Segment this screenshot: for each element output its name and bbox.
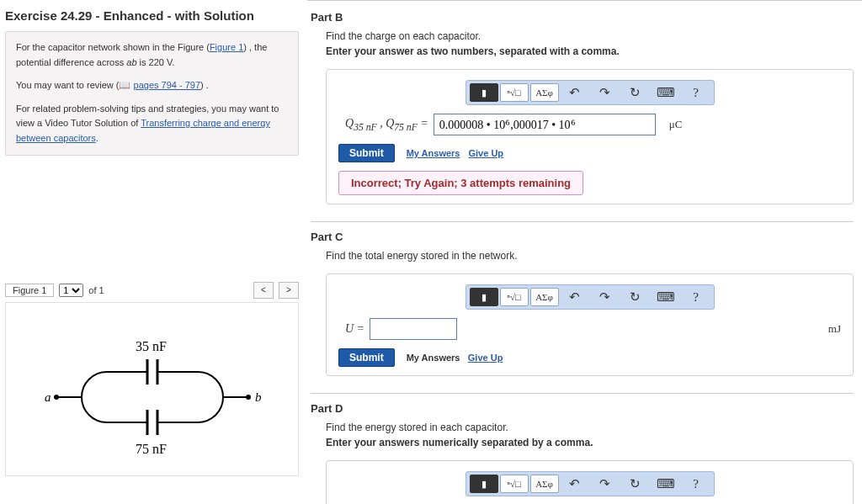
figure-next-button[interactable]: > [279, 282, 299, 299]
template-icon[interactable]: ▮ [470, 83, 498, 102]
reset-icon[interactable]: ↻ [621, 288, 650, 306]
equation-toolbar: ▮ ⁿ√□ ΑΣφ ↶ ↷ ↻ ⌨ ? [466, 471, 715, 496]
book-icon: 📖 [119, 80, 130, 90]
figure-of-text: of 1 [88, 285, 104, 295]
keyboard-icon[interactable]: ⌨ [652, 83, 680, 102]
give-up-link[interactable]: Give Up [468, 353, 503, 363]
root-icon[interactable]: ⁿ√□ [500, 288, 529, 306]
give-up-link[interactable]: Give Up [468, 148, 503, 158]
part-d-instruction: Enter your answers numerically separated… [326, 437, 854, 448]
part-c-prompt: Find the total energy stored in the netw… [326, 250, 854, 262]
equation-toolbar: ▮ ⁿ√□ ΑΣφ ↶ ↷ ↻ ⌨ ? [466, 284, 715, 310]
part-d-prompt: Find the energy stored in each capacitor… [326, 422, 854, 433]
figure-canvas: a b 35 nF 75 nF [5, 302, 299, 476]
help-icon[interactable]: ? [682, 288, 710, 306]
part-c-heading: Part C [311, 231, 854, 243]
greek-icon[interactable]: ΑΣφ [530, 475, 559, 493]
separator [311, 221, 854, 222]
part-c-lhs: U = [345, 322, 364, 336]
keyboard-icon[interactable]: ⌨ [652, 288, 680, 306]
part-b-lhs: Q35 nF , Q75 nF = [345, 117, 428, 133]
part-b-answer-box: ▮ ⁿ√□ ΑΣφ ↶ ↷ ↻ ⌨ ? Q35 nF , Q75 nF = μC… [326, 69, 854, 204]
reset-icon[interactable]: ↻ [621, 83, 650, 102]
part-c-unit: mJ [828, 322, 841, 336]
part-b-feedback: Incorrect; Try Again; 3 attempts remaini… [338, 171, 583, 195]
greek-icon[interactable]: ΑΣφ [530, 83, 559, 102]
pages-link[interactable]: pages 794 - 797 [134, 80, 201, 90]
figure-select[interactable]: 1 [59, 284, 83, 297]
root-icon[interactable]: ⁿ√□ [500, 83, 529, 102]
part-b-heading: Part B [311, 11, 854, 24]
node-b-label: b [255, 390, 262, 404]
equation-toolbar: ▮ ⁿ√□ ΑΣφ ↶ ↷ ↻ ⌨ ? [466, 80, 715, 105]
part-b-unit: μC [669, 118, 683, 131]
redo-icon[interactable]: ↷ [591, 288, 620, 306]
problem-info-box: For the capacitor network shown in the F… [5, 31, 299, 156]
part-d-heading: Part D [311, 402, 854, 415]
keyboard-icon[interactable]: ⌨ [652, 475, 680, 493]
node-a-label: a [45, 390, 51, 404]
cap-top-label: 35 nF [136, 339, 167, 353]
intro-text: For the capacitor network shown in the F… [16, 42, 210, 52]
root-icon[interactable]: ⁿ√□ [500, 475, 529, 493]
review-pre: You may want to review ( [16, 80, 119, 90]
help-icon[interactable]: ? [682, 83, 710, 102]
undo-icon[interactable]: ↶ [561, 83, 589, 102]
submit-button[interactable]: Submit [338, 348, 395, 367]
figure-prev-button[interactable]: < [253, 282, 274, 299]
reset-icon[interactable]: ↻ [621, 475, 650, 493]
separator [311, 393, 854, 394]
my-answers-link[interactable]: My Answers [407, 148, 460, 158]
part-c-answer-box: ▮ ⁿ√□ ΑΣφ ↶ ↷ ↻ ⌨ ? U = mJ Submit [326, 273, 854, 376]
related-post: . [96, 133, 98, 143]
template-icon[interactable]: ▮ [470, 288, 498, 306]
undo-icon[interactable]: ↶ [561, 475, 589, 493]
cap-bot-label: 75 nF [136, 442, 167, 456]
help-icon[interactable]: ? [682, 475, 710, 493]
review-post: ) . [200, 80, 209, 90]
figure-link[interactable]: Figure 1 [210, 42, 243, 52]
exercise-title: Exercise 24.29 - Enhanced - with Solutio… [5, 8, 299, 23]
redo-icon[interactable]: ↷ [591, 83, 620, 102]
intro-var: ab [126, 57, 136, 67]
figure-nav-label: Figure 1 [5, 284, 54, 297]
intro-text-3: is 220 V. [137, 57, 175, 67]
template-icon[interactable]: ▮ [470, 475, 498, 493]
my-answers-link[interactable]: My Answers [407, 353, 460, 363]
redo-icon[interactable]: ↷ [591, 475, 620, 493]
circuit-diagram: a b 35 nF 75 nF [26, 309, 279, 469]
part-c-input[interactable] [370, 318, 457, 340]
undo-icon[interactable]: ↶ [561, 288, 589, 306]
part-d-answer-box: ▮ ⁿ√□ ΑΣφ ↶ ↷ ↻ ⌨ ? U35 nF , U75 nF = mJ… [326, 460, 854, 504]
submit-button[interactable]: Submit [338, 144, 395, 162]
part-b-input[interactable] [434, 114, 656, 135]
greek-icon[interactable]: ΑΣφ [530, 288, 559, 306]
part-b-prompt: Find the charge on each capacitor. [326, 30, 854, 42]
part-b-instruction: Enter your answer as two numbers, separa… [326, 45, 854, 57]
